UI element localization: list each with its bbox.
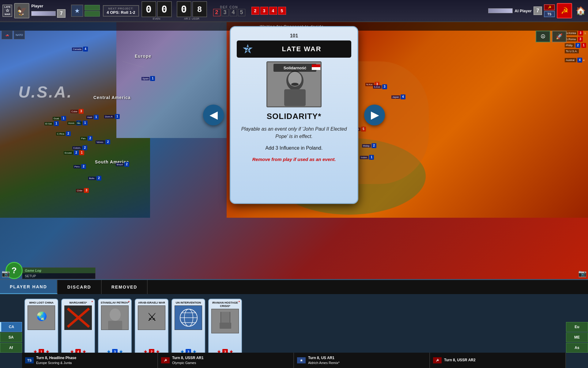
status-text-3-line2: Aldrich Ames Remix* — [308, 361, 340, 365]
sidebar-as[interactable]: As — [566, 343, 588, 353]
right-sidebar: Eu ME As — [566, 322, 588, 353]
top-right-icons: ☮ 🚀 — [536, 31, 567, 42]
left-arrow-icon: ◀ — [210, 109, 217, 121]
card-title-arab-israeli-war: ARAB-ISRAELI WAR — [138, 301, 165, 305]
turn-counter: 0 0 EVEN — [141, 1, 172, 20]
card-img-stanislav-petrov — [101, 305, 129, 330]
card-title: SOLIDARITY* — [237, 112, 351, 121]
ops-icon: ★ — [71, 5, 83, 17]
bolivia-token: Boliv. 2 — [88, 176, 101, 181]
ts-badge: TS — [544, 11, 555, 17]
rocket-icon[interactable]: 🚀 — [552, 31, 567, 42]
status-text-3-line1: Turn 8, US AR1 — [308, 356, 340, 361]
haiti-inf: 1 — [94, 115, 99, 120]
japan-inf: 4 — [401, 94, 405, 99]
svg-rect-18 — [108, 321, 122, 330]
defcon-area: DEF CON 2 3 4 5 — [213, 6, 245, 16]
brazil-token: Brazil 2 — [116, 162, 129, 167]
prev-card-button[interactable]: ◀ — [203, 105, 224, 125]
hand-card-wargames[interactable]: WARGAMES* ★ 4 ★ * — [61, 299, 95, 357]
ar-label: AR 2: USSR — [184, 17, 199, 20]
central-america-label: Central America — [93, 95, 131, 100]
card-img-iranian-hostage-crisis — [211, 309, 239, 333]
domin-token: Dom.R. 1 — [104, 114, 120, 119]
sidebar-me[interactable]: ME — [566, 332, 588, 342]
sidebar-ca[interactable]: CA — [0, 322, 22, 332]
nicaragua-token: Nic. 1 — [76, 121, 88, 125]
card-img-who-lost-china: 🌏 — [28, 305, 55, 330]
defcon-4: 4 — [230, 9, 237, 16]
card-ops-number: 2 — [246, 46, 249, 53]
elsalvador-token: El Sal. 1 — [44, 121, 59, 126]
card-title-un-intervention: UN INTERVENTION — [176, 301, 201, 305]
tab-discard[interactable]: DISCARD — [58, 280, 102, 294]
venezuela-inf: 2 — [105, 140, 110, 144]
ecuador-token: Ecuad. 2 1 — [64, 150, 84, 155]
sidebar-sa[interactable]: SA — [0, 332, 22, 342]
card-img-wargames — [64, 305, 92, 330]
hand-card-who-lost-china[interactable]: WHO LOST CHINA 🌏 ★ 1 ★ — [24, 299, 58, 357]
tousa-label: To U.S.A. — [565, 49, 579, 53]
chile-token: Chile 3 — [76, 188, 89, 193]
card-title-wargames: WARGAMES* — [69, 301, 87, 305]
ecuador-inf-blue: 2 — [74, 150, 79, 155]
top-bar: LATE ☆ WAR 🦅 Player 7 ★ NEXT PROJECT: 4 … — [0, 0, 588, 22]
wargames-asterisk: * — [92, 300, 93, 304]
next-card-button[interactable]: ▶ — [364, 105, 385, 125]
ecuador-inf-red: 1 — [79, 150, 84, 155]
eagle-icon: 🦅 — [14, 3, 29, 18]
colombia-inf: 2 — [82, 145, 87, 150]
card-title-iranian-hostage-crisis: IRANIAN HOSTAGE CRISIS* — [211, 301, 239, 308]
svg-rect-29 — [220, 323, 231, 329]
status-segment-3: ★ Turn 8, US AR1 Aldrich Ames Remix* — [294, 353, 430, 368]
arab-israeli-card-svg: ⚔ — [138, 305, 165, 330]
ar-counter: 0 8 AR 2: USSR — [177, 1, 207, 20]
skorea-token: S.Kor. 3 — [373, 84, 387, 89]
card-effect-text: Add 3 Influence in Poland. — [237, 144, 351, 152]
card-condition-text: Playable as an event only if 'John Paul … — [237, 125, 351, 140]
player-right-section: AI Player 7 ☭ TS ☭ 🏠 — [486, 2, 588, 20]
score-2: 2 — [251, 7, 259, 15]
panama-inf: 2 — [88, 136, 92, 141]
status-text-4-line1: Turn 8, USSR AR2 — [444, 358, 476, 363]
player-left-section: LATE ☆ WAR 🦅 Player 7 — [0, 2, 68, 20]
left-sidebar: CA SA Af — [0, 322, 22, 353]
hand-card-stanislav-petrov[interactable]: STANISLAV PETROV* ★ 3 ★ * — [98, 299, 132, 357]
hand-card-iranian-hostage-crisis[interactable]: IRANIAN HOSTAGE CRISIS* ★ 3 ★ * — [208, 299, 242, 357]
nato-icon[interactable]: NATO — [14, 31, 25, 39]
colombia-token: Colom. 2 — [72, 145, 87, 150]
hand-card-un-intervention[interactable]: UN INTERVENTION ★ 3 ★ — [172, 299, 205, 357]
svg-point-6 — [291, 83, 299, 86]
status-text-1-line2: Europe Scoring & Junta — [36, 361, 76, 365]
skorea-inf: 3 — [382, 84, 387, 89]
tab-player-hand[interactable]: PLAYER HAND — [0, 280, 58, 294]
next-project-label: NEXT PROJECT: — [107, 7, 135, 10]
defcon-3: 3 — [221, 9, 229, 16]
spain-inf: 1 — [150, 76, 155, 81]
peru-token: Peru 2 — [74, 164, 86, 169]
defcon-5: 5 — [238, 9, 245, 16]
tab-removed[interactable]: REMOVED — [102, 280, 148, 294]
status-segment-1: TS Turn 8, Headline Phase Europe Scoring… — [22, 353, 158, 368]
question-mark-icon: ? — [11, 266, 17, 275]
petrov-asterisk: * — [128, 300, 130, 304]
hand-tabs: PLAYER HAND DISCARD REMOVED — [0, 280, 588, 294]
iranian-card-svg — [212, 309, 239, 333]
sidebar-eu[interactable]: Eu — [566, 322, 588, 332]
brazil-inf: 2 — [124, 162, 129, 167]
game-log-header: Game Log — [22, 268, 95, 273]
nicaragua-inf: 1 — [83, 121, 88, 125]
peace-icon[interactable]: ☮ — [536, 31, 550, 42]
tank-icon[interactable]: 🚗 — [2, 31, 13, 39]
china-card-svg: 🌏 — [28, 305, 55, 330]
score-4: 4 — [269, 7, 277, 15]
sidebar-af[interactable]: Af — [0, 343, 22, 353]
home-icon: 🏠 — [576, 6, 586, 16]
camera-icon-bottom-right: 📷 — [578, 270, 586, 278]
peru-inf: 2 — [81, 164, 86, 169]
usa-label: U.S.A. — [18, 83, 73, 101]
australia-label: Austral. — [565, 58, 577, 62]
svg-point-17 — [110, 309, 121, 321]
hand-card-arab-israeli-war[interactable]: ARAB-ISRAELI WAR ⚔ ★ 2 ★ — [135, 299, 168, 357]
status-flag-usa-1: ★ — [297, 357, 306, 363]
